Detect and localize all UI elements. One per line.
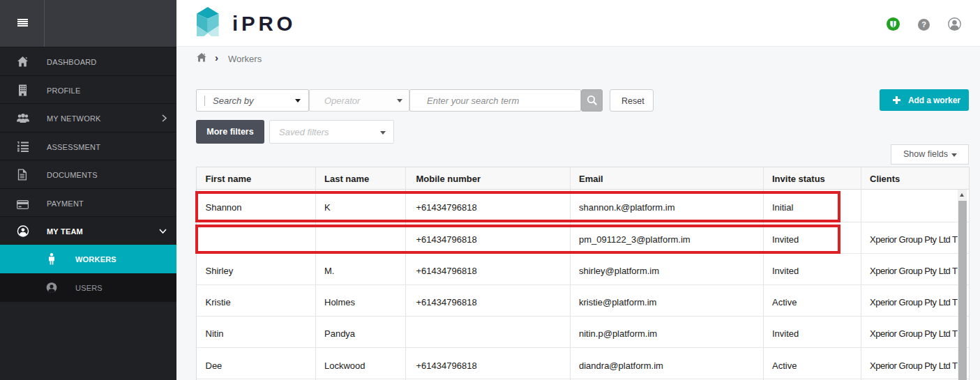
svg-text:?: ? [921,20,926,29]
